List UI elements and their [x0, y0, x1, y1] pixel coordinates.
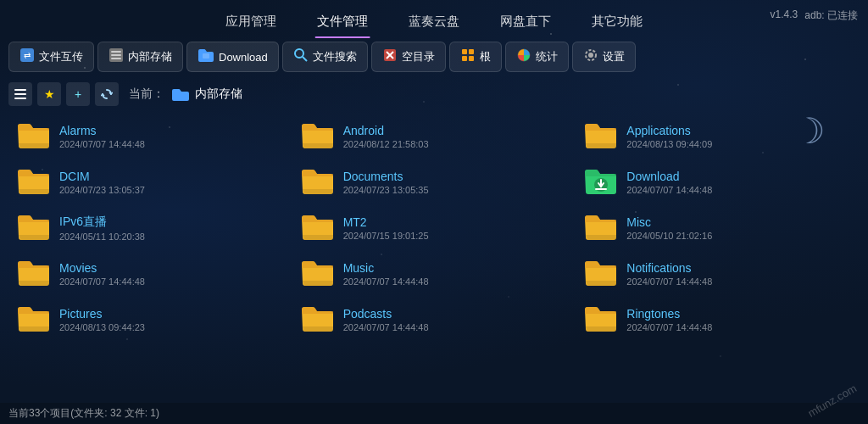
folder-icon-wrap	[301, 120, 335, 153]
file-name: Misc	[626, 215, 851, 229]
file-name: MT2	[343, 215, 568, 229]
file-name: Movies	[59, 261, 284, 275]
file-date: 2024/08/13 09:44:23	[59, 322, 284, 332]
internal-storage-label: 内部存储	[128, 49, 172, 64]
nav-tab-file-mgmt[interactable]: 文件管理	[297, 8, 388, 35]
folder-icon-alarms	[17, 120, 51, 149]
folder-icon-wrap	[584, 120, 618, 153]
file-info: Documents 2024/07/23 13:05:35	[343, 170, 568, 195]
file-date: 2024/07/07 14:44:48	[626, 185, 851, 195]
file-date: 2024/07/07 14:44:48	[626, 322, 851, 332]
folder-icon-wrap	[301, 212, 335, 244]
folder-icon-wrap	[584, 212, 618, 244]
file-info: MT2 2024/07/15 19:01:25	[343, 215, 568, 241]
folder-icon-download	[584, 166, 618, 195]
folder-icon-mt2	[301, 212, 335, 241]
file-item-misc[interactable]: Misc 2024/05/10 21:02:16	[576, 205, 860, 251]
file-item-dcim[interactable]: DCIM 2024/07/23 13:05:37	[8, 159, 292, 205]
file-info: Music 2024/07/07 14:44:48	[343, 261, 568, 287]
nav-tab-app-mgmt[interactable]: 应用管理	[205, 8, 297, 35]
version-info: v1.4.3 adb: 已连接	[771, 8, 858, 23]
folder-icon-wrap	[17, 258, 51, 290]
file-info: Podcasts 2024/07/07 14:44:48	[343, 307, 568, 332]
file-name: Applications	[626, 124, 851, 137]
file-search-label: 文件搜索	[313, 49, 357, 64]
internal-storage-button[interactable]: 内部存储	[97, 42, 183, 72]
svg-rect-6	[203, 53, 209, 59]
folder-icon-podcasts	[301, 304, 335, 332]
folder-icon-wrap	[17, 212, 51, 244]
root-icon	[460, 47, 476, 66]
svg-rect-14	[462, 56, 467, 61]
file-transfer-button[interactable]: ⇄ 文件互传	[8, 42, 94, 72]
nav-tab-other[interactable]: 其它功能	[571, 8, 663, 35]
empty-dir-button[interactable]: 空目录	[371, 42, 446, 72]
folder-icon-dcim	[17, 166, 51, 195]
nav-tab-net-disk[interactable]: 网盘直下	[480, 8, 571, 35]
file-date: 2024/07/07 14:44:48	[343, 276, 568, 287]
file-item-pictures[interactable]: Pictures 2024/08/13 09:44:23	[8, 297, 292, 343]
stats-button[interactable]: 统计	[505, 42, 569, 72]
refresh-icon[interactable]	[95, 82, 119, 106]
file-info: Download 2024/07/07 14:44:48	[626, 170, 851, 195]
list-view-icon[interactable]	[8, 82, 32, 106]
file-info: Movies 2024/07/07 14:44:48	[59, 261, 284, 287]
svg-rect-13	[469, 49, 474, 54]
folder-icon-android	[301, 120, 335, 149]
file-info: Pictures 2024/08/13 09:44:23	[59, 307, 284, 332]
file-info: Android 2024/08/12 21:58:03	[343, 124, 568, 149]
file-item-music[interactable]: Music 2024/07/07 14:44:48	[292, 251, 576, 297]
file-search-button[interactable]: 文件搜索	[282, 42, 368, 72]
download-folder-icon	[198, 47, 214, 66]
top-nav: 应用管理 文件管理 蓝奏云盘 网盘直下 其它功能 v1.4.3 adb: 已连接	[0, 0, 868, 36]
folder-icon-wrap	[584, 166, 618, 198]
file-item-ringtones[interactable]: Ringtones 2024/07/07 14:44:48	[576, 297, 860, 343]
download-folder-button[interactable]: Download	[186, 42, 279, 72]
file-item-movies[interactable]: Movies 2024/07/07 14:44:48	[8, 251, 292, 297]
file-date: 2024/07/07 14:44:48	[343, 322, 568, 332]
stats-label: 统计	[536, 49, 558, 64]
root-button[interactable]: 根	[449, 42, 502, 72]
file-item-applications[interactable]: Applications 2024/08/13 09:44:09	[576, 114, 860, 159]
internal-storage-icon	[108, 47, 124, 66]
file-info: Alarms 2024/07/07 14:44:48	[59, 124, 284, 149]
file-item-download[interactable]: Download 2024/07/07 14:44:48	[576, 159, 860, 205]
file-name: IPv6直播	[59, 215, 284, 230]
file-info: Notifications 2024/07/07 14:44:48	[626, 261, 851, 287]
file-item-podcasts[interactable]: Podcasts 2024/07/07 14:44:48	[292, 297, 576, 343]
file-item-alarms[interactable]: Alarms 2024/07/07 14:44:48	[8, 114, 292, 159]
file-date: 2024/07/23 13:05:35	[343, 185, 568, 195]
nav-tab-cloud[interactable]: 蓝奏云盘	[388, 8, 480, 35]
file-date: 2024/05/10 21:02:16	[626, 231, 851, 241]
settings-button[interactable]: 设置	[572, 42, 636, 72]
status-bar: 当前33个项目(文件夹: 32 文件: 1)	[0, 403, 868, 424]
file-item-notifications[interactable]: Notifications 2024/07/07 14:44:48	[576, 251, 860, 297]
file-name: Pictures	[59, 307, 284, 321]
file-name: Ringtones	[626, 307, 851, 321]
file-info: DCIM 2024/07/23 13:05:37	[59, 170, 284, 195]
file-item-mt2[interactable]: MT2 2024/07/15 19:01:25	[292, 205, 576, 251]
folder-icon-wrap	[584, 304, 618, 336]
file-date: 2024/05/11 10:20:38	[59, 232, 284, 242]
file-info: Misc 2024/05/10 21:02:16	[626, 215, 851, 241]
file-info: IPv6直播 2024/05/11 10:20:38	[59, 215, 284, 242]
star-icon[interactable]: ★	[37, 82, 61, 106]
add-icon[interactable]: +	[66, 82, 90, 106]
toolbar: ⇄ 文件互传 内部存储 Download	[0, 36, 868, 78]
folder-icon-ringtones	[584, 304, 618, 332]
breadcrumb-path[interactable]: 内部存储	[171, 86, 242, 102]
file-date: 2024/07/07 14:44:48	[626, 276, 851, 287]
file-item-ipv6[interactable]: IPv6直播 2024/05/11 10:20:38	[8, 205, 292, 251]
file-transfer-icon: ⇄	[19, 47, 35, 66]
adb-status: adb: 已连接	[804, 8, 858, 23]
breadcrumb-bar: ★ + 当前： 内部存储	[0, 78, 868, 110]
folder-icon-wrap	[301, 304, 335, 336]
svg-text:⇄: ⇄	[24, 51, 31, 60]
file-item-android[interactable]: Android 2024/08/12 21:58:03	[292, 114, 576, 159]
file-date: 2024/07/07 14:44:48	[59, 139, 284, 149]
stats-icon	[516, 47, 531, 66]
file-name: Podcasts	[343, 307, 568, 321]
file-item-documents[interactable]: Documents 2024/07/23 13:05:35	[292, 159, 576, 205]
file-name: Download	[626, 170, 851, 183]
svg-point-7	[295, 49, 303, 58]
